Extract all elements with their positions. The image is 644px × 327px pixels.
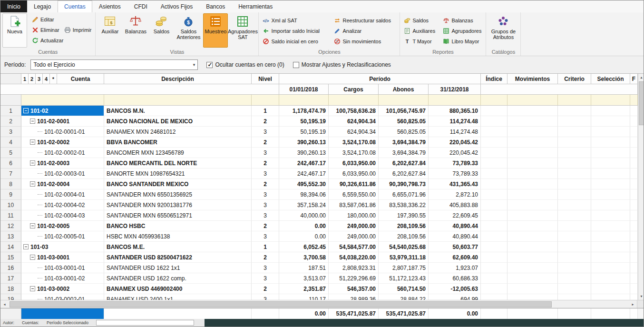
cell-nivel[interactable]: 3 bbox=[252, 127, 279, 137]
cell-abonos[interactable]: 53,979,311.18 bbox=[379, 252, 429, 263]
table-row[interactable]: 17101-03-0001-02SANTANDER USD 1622 comp.… bbox=[0, 273, 638, 284]
cell-saldo-inicial[interactable]: 242,467.17 bbox=[279, 158, 329, 168]
header-nivel[interactable]: Nivel bbox=[252, 74, 279, 84]
tab-cfdi[interactable]: CFDI bbox=[127, 0, 154, 12]
reporte-auxiliares-button[interactable]: Auxiliares bbox=[401, 26, 440, 36]
vertical-scroll-thumb[interactable] bbox=[639, 81, 644, 125]
cell-seleccion[interactable] bbox=[591, 158, 630, 168]
cell-nivel[interactable]: 2 bbox=[252, 137, 279, 148]
cell-abonos[interactable]: 560,714.50 bbox=[379, 284, 429, 294]
cell-saldo-inicial[interactable]: 98,394.06 bbox=[279, 189, 329, 200]
cell-indice[interactable] bbox=[481, 231, 507, 242]
table-row[interactable]: 15101-03-0001SANTANDER USD 8250047162223… bbox=[0, 252, 638, 263]
cell-cuenta[interactable]: 101-02-0004 bbox=[21, 179, 104, 189]
cell-criterio[interactable] bbox=[558, 127, 591, 137]
table-row[interactable]: 9101-02-0004-01SANTANDER MXN 65501356925… bbox=[0, 189, 638, 200]
cell-nivel[interactable]: 3 bbox=[252, 189, 279, 200]
cell-movimientos[interactable] bbox=[507, 231, 558, 242]
reporte-libro-mayor-button[interactable]: Libro Mayor bbox=[440, 36, 484, 47]
table-row[interactable]: 4101-02-0002BBVA BANCOMER2390,260.133,52… bbox=[0, 137, 638, 148]
cell-cuenta[interactable]: 101-03-0001 bbox=[21, 252, 104, 263]
cell-saldo-final[interactable]: 694.99 bbox=[429, 294, 481, 300]
cell-saldo-inicial[interactable]: 50,195.19 bbox=[279, 127, 329, 137]
cell-abonos[interactable]: 2,807,187.75 bbox=[379, 263, 429, 273]
cell-abonos[interactable]: 3,694,384.79 bbox=[379, 148, 429, 158]
cell-saldo-final[interactable]: -12,005.63 bbox=[429, 284, 481, 294]
cell-saldo-final[interactable]: 880,365.10 bbox=[429, 106, 481, 116]
cell-criterio[interactable] bbox=[558, 148, 591, 158]
cell-indice[interactable] bbox=[481, 158, 507, 168]
reporte-t-mayor-button[interactable]: T T Mayor bbox=[401, 36, 440, 47]
collapse-box-icon[interactable] bbox=[30, 181, 35, 187]
cell-cuenta[interactable]: 101-03-0001-02 bbox=[21, 273, 104, 284]
cell-saldo-inicial[interactable]: 1,178,474.79 bbox=[279, 106, 329, 116]
cell-abonos[interactable]: 54,540,025.68 bbox=[379, 242, 429, 252]
filter-cell-cargos[interactable] bbox=[329, 95, 379, 106]
level-button-4[interactable]: 4 bbox=[43, 74, 50, 84]
horizontal-scroll-thumb[interactable] bbox=[10, 301, 552, 307]
tab-cuentas[interactable]: Cuentas bbox=[58, 0, 92, 12]
cell-cuenta[interactable]: 101-02-0005-01 bbox=[21, 231, 104, 242]
cell-cargos[interactable]: 2,808,923.31 bbox=[329, 263, 379, 273]
table-row[interactable]: 14101-03BANCOS M.E.16,052.4554,584,577.0… bbox=[0, 242, 638, 252]
cell-seleccion[interactable] bbox=[591, 168, 630, 179]
cell-abonos[interactable]: 6,655,071.96 bbox=[379, 189, 429, 200]
cell-seleccion[interactable] bbox=[591, 221, 630, 231]
cell-saldo-final[interactable]: 60,686.33 bbox=[429, 273, 481, 284]
cell-saldo-final[interactable]: 22,609.45 bbox=[429, 210, 481, 221]
cell-indice[interactable] bbox=[481, 148, 507, 158]
scroll-right-icon[interactable] bbox=[629, 301, 637, 308]
collapse-box-icon[interactable] bbox=[23, 244, 29, 249]
row-number[interactable]: 16 bbox=[0, 263, 21, 273]
cell-descripcion[interactable]: HSBC MXN 4059936138 bbox=[104, 231, 252, 242]
cell-saldo-inicial[interactable]: 357,158.24 bbox=[279, 200, 329, 210]
cell-saldo-final[interactable]: 1,923.07 bbox=[429, 263, 481, 273]
cell-movimientos[interactable] bbox=[507, 200, 558, 210]
cell-nivel[interactable]: 2 bbox=[252, 116, 279, 127]
cell-movimientos[interactable] bbox=[507, 116, 558, 127]
cell-saldo-inicial[interactable]: 495,552.30 bbox=[279, 179, 329, 189]
cell-cuenta[interactable]: 101-02-0004-01 bbox=[21, 189, 104, 200]
cell-movimientos[interactable] bbox=[507, 263, 558, 273]
cell-abonos[interactable]: 6,202,627.84 bbox=[379, 158, 429, 168]
collapse-box-icon[interactable] bbox=[30, 160, 35, 166]
header-fecha-final[interactable]: 31/12/2018 bbox=[429, 84, 481, 95]
editar-button[interactable]: Editar bbox=[29, 14, 94, 25]
level-button-2[interactable]: 2 bbox=[29, 74, 36, 84]
filter-cell-movimientos[interactable] bbox=[507, 95, 558, 106]
cell-seleccion[interactable] bbox=[591, 148, 630, 158]
tab-bancos[interactable]: Bancos bbox=[199, 0, 232, 12]
cell-cargos[interactable]: 54,584,577.00 bbox=[329, 242, 379, 252]
row-number[interactable]: 3 bbox=[0, 127, 21, 137]
importar-saldo-inicial-button[interactable]: Importar saldo Inicial bbox=[260, 26, 332, 36]
cell-cargos[interactable]: 624,904.34 bbox=[329, 127, 379, 137]
cell-indice[interactable] bbox=[481, 168, 507, 179]
agrupadores-sat-button[interactable]: Agrupadores SAT bbox=[229, 13, 256, 48]
cell-descripcion[interactable]: BANCOMER MXN 123456789 bbox=[104, 148, 252, 158]
auxiliar-button[interactable]: $ Auxiliar bbox=[98, 13, 122, 48]
cell-criterio[interactable] bbox=[558, 231, 591, 242]
cell-nivel[interactable]: 3 bbox=[252, 210, 279, 221]
cell-indice[interactable] bbox=[481, 263, 507, 273]
cell-criterio[interactable] bbox=[558, 263, 591, 273]
cell-movimientos[interactable] bbox=[507, 221, 558, 231]
saldos-anteriores-button[interactable]: $ Saldos Anteriores bbox=[175, 13, 202, 48]
cell-saldo-final[interactable]: 431,365.43 bbox=[429, 179, 481, 189]
cell-criterio[interactable] bbox=[558, 179, 591, 189]
cell-cargos[interactable]: 249,000.00 bbox=[329, 231, 379, 242]
cell-saldo-final[interactable]: 220,045.42 bbox=[429, 137, 481, 148]
cell-abonos[interactable]: 560,825.05 bbox=[379, 116, 429, 127]
imprimir-button[interactable]: Imprimir bbox=[62, 25, 94, 35]
cell-cuenta[interactable]: 101-03-0002-01 bbox=[21, 294, 104, 300]
cell-indice[interactable] bbox=[481, 294, 507, 300]
filter-cell-descripcion[interactable] bbox=[104, 95, 252, 106]
eliminar-button[interactable]: Eliminar bbox=[29, 25, 62, 35]
cell-descripcion[interactable]: BANCO NACIONAL DE MEXICO bbox=[104, 116, 252, 127]
cell-descripcion[interactable]: BANCOS M.E. bbox=[104, 242, 252, 252]
header-criterio[interactable]: Criterio bbox=[558, 74, 591, 84]
cell-saldo-inicial[interactable]: 0.00 bbox=[279, 231, 329, 242]
table-row[interactable]: 12101-02-0005BANCO HSBC20.00249,000.0020… bbox=[0, 221, 638, 231]
cell-criterio[interactable] bbox=[558, 252, 591, 263]
cell-descripcion[interactable]: BANCO SANTANDER MEXICO bbox=[104, 179, 252, 189]
cell-criterio[interactable] bbox=[558, 200, 591, 210]
